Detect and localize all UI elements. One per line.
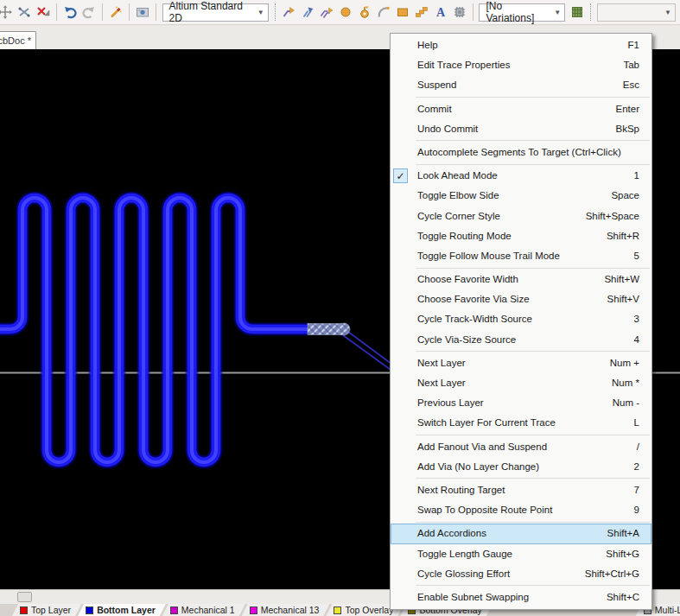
magic-wand-icon[interactable]: [107, 3, 124, 21]
pad-icon[interactable]: [337, 3, 354, 21]
delete-cross-icon[interactable]: [35, 3, 52, 21]
layer-color-swatch: [170, 606, 178, 614]
undo-icon[interactable]: [61, 3, 79, 21]
layer-tab-mechanical-1[interactable]: Mechanical 1: [162, 604, 245, 616]
trace-core: [0, 198, 308, 462]
interactive-route-icon[interactable]: [280, 3, 297, 21]
component-icon[interactable]: [451, 3, 468, 21]
main-toolbar: Altium Standard 2D ▼ A [No Variations] ▼…: [0, 0, 680, 25]
scrollbar-thumb[interactable]: [17, 592, 32, 602]
view-mode-select[interactable]: Altium Standard 2D ▼: [162, 3, 269, 22]
menu-item-label: Toggle Routing Mode: [417, 226, 607, 246]
variations-value: [No Variations]: [486, 0, 547, 24]
menu-item-shortcut: BkSp: [616, 119, 640, 139]
menu-separator: [416, 522, 650, 523]
menu-item-shortcut: Shift+Space: [586, 206, 639, 226]
menu-item-switch-layer-for-current-trace[interactable]: Switch Layer For Current TraceL: [391, 413, 651, 433]
context-menu: HelpF1Edit Trace PropertiesTabSuspendEsc…: [390, 33, 652, 610]
menu-item-toggle-elbow-side[interactable]: Toggle Elbow SideSpace: [391, 186, 651, 206]
paste-array-icon[interactable]: [413, 3, 430, 21]
menu-item-add-via-no-layer-change[interactable]: Add Via (No Layer Change)2: [391, 457, 651, 477]
menu-item-toggle-routing-mode[interactable]: Toggle Routing ModeShift+R: [391, 226, 651, 246]
menu-item-add-accordions[interactable]: Add AccordionsShift+A: [391, 524, 651, 543]
via-icon[interactable]: [356, 3, 373, 21]
text-icon[interactable]: A: [432, 3, 449, 21]
altium-pcb-editor: Altium Standard 2D ▼ A [No Variations] ▼…: [0, 0, 680, 616]
menu-item-shortcut: 4: [634, 330, 639, 350]
menu-item-label: Swap To Opposite Route Point: [417, 500, 634, 520]
layer-tab-top-layer[interactable]: Top Layer: [12, 604, 81, 616]
menu-item-previous-layer[interactable]: Previous LayerNum -: [391, 393, 651, 413]
menu-item-shortcut: Num *: [612, 373, 639, 393]
menu-item-enable-subnet-swapping[interactable]: Enable Subnet SwappingShift+C: [391, 587, 651, 607]
menu-item-help[interactable]: HelpF1: [391, 35, 651, 55]
board-view-icon[interactable]: [134, 3, 151, 21]
menu-separator: [416, 351, 650, 352]
menu-item-autocomplete-segments-to-target-ctrl-click[interactable]: Autocomplete Segments To Target (Ctrl+Cl…: [391, 143, 651, 162]
menu-item-shortcut: Shift+C: [607, 587, 639, 607]
toolbar-separator: [102, 3, 103, 21]
menu-item-undo-commit[interactable]: Undo CommitBkSp: [391, 119, 651, 139]
toolbar-separator: [590, 3, 591, 21]
layer-color-swatch: [250, 606, 257, 614]
menu-separator: [416, 164, 650, 165]
layer-tab-label: Top Overlay: [345, 605, 393, 615]
menu-item-toggle-length-gauge[interactable]: Toggle Length GaugeShift+G: [391, 544, 651, 564]
cut-net-icon[interactable]: [16, 3, 33, 21]
menu-item-label: Add Via (No Layer Change): [417, 457, 634, 477]
menu-item-next-layer[interactable]: Next LayerNum +: [391, 353, 651, 373]
menu-item-choose-favorite-via-size[interactable]: Choose Favorite Via SizeShift+V: [391, 289, 651, 309]
document-tab[interactable]: PcbDoc *: [0, 31, 36, 49]
menu-item-label: Cycle Glossing Effort: [417, 564, 585, 584]
menu-item-label: Choose Favorite Via Size: [417, 289, 607, 309]
multi-route-icon[interactable]: [318, 3, 335, 21]
menu-item-swap-to-opposite-route-point[interactable]: Swap To Opposite Route Point9: [391, 500, 651, 520]
variations-select[interactable]: [No Variations] ▼: [479, 3, 565, 22]
layer-color-swatch: [86, 606, 93, 614]
view-mode-value: Altium Standard 2D: [169, 0, 251, 24]
menu-item-label: Cycle Track-Width Source: [417, 309, 634, 329]
menu-item-cycle-track-width-source[interactable]: Cycle Track-Width Source3: [391, 309, 651, 329]
arc-icon[interactable]: [375, 3, 392, 21]
layer-tab-mechanical-13[interactable]: Mechanical 13: [242, 604, 330, 616]
redo-icon[interactable]: [80, 3, 98, 21]
menu-item-label: Commit: [417, 99, 616, 119]
menu-item-label: Next Layer: [417, 353, 610, 373]
menu-item-cycle-glossing-effort[interactable]: Cycle Glossing EffortShift+Ctrl+G: [391, 564, 651, 584]
menu-item-look-ahead-mode[interactable]: ✓Look Ahead Mode1: [391, 166, 651, 186]
embedded-board-icon[interactable]: [569, 3, 586, 21]
menu-item-shortcut: Shift+V: [607, 289, 639, 309]
menu-item-cycle-corner-style[interactable]: Cycle Corner StyleShift+Space: [391, 206, 651, 226]
layer-tab-label: Top Layer: [31, 605, 71, 615]
layer-tab-bottom-layer[interactable]: Bottom Layer: [78, 604, 166, 616]
menu-item-shortcut: Shift+Ctrl+G: [585, 564, 639, 584]
menu-separator: [416, 268, 650, 269]
move-cross-icon[interactable]: [0, 3, 14, 21]
menu-separator: [416, 140, 650, 141]
extra-select[interactable]: ▼: [597, 3, 676, 22]
toolbar-separator: [473, 3, 473, 21]
menu-item-choose-favorite-width[interactable]: Choose Favorite WidthShift+W: [391, 270, 651, 289]
menu-item-commit[interactable]: CommitEnter: [391, 99, 651, 119]
checkmark-icon: ✓: [393, 168, 408, 183]
toolbar-separator: [129, 3, 130, 21]
menu-item-label: Suspend: [417, 75, 623, 95]
fill-icon[interactable]: [394, 3, 411, 21]
differential-pair-icon[interactable]: [299, 3, 316, 21]
menu-item-toggle-follow-mouse-trail-mode[interactable]: Toggle Follow Mouse Trail Mode5: [391, 246, 651, 266]
menu-item-cycle-via-size-source[interactable]: Cycle Via-Size Source4: [391, 330, 651, 350]
view-tool-group: [133, 3, 152, 21]
menu-item-shortcut: Enter: [616, 99, 640, 119]
menu-separator: [416, 435, 650, 435]
menu-item-label: Look Ahead Mode: [417, 166, 634, 186]
menu-item-add-fanout-via-and-suspend[interactable]: Add Fanout Via and Suspend/: [391, 437, 651, 457]
layer-color-swatch: [20, 606, 28, 614]
chevron-down-icon: ▼: [547, 9, 561, 16]
menu-item-next-layer[interactable]: Next LayerNum *: [391, 373, 651, 393]
menu-item-edit-trace-properties[interactable]: Edit Trace PropertiesTab: [391, 55, 651, 75]
menu-item-label: Cycle Corner Style: [417, 206, 586, 226]
menu-item-next-routing-target[interactable]: Next Routing Target7: [391, 480, 651, 500]
menu-item-shortcut: Shift+A: [607, 524, 639, 543]
menu-item-label: Undo Commit: [417, 119, 616, 139]
menu-item-suspend[interactable]: SuspendEsc: [391, 75, 651, 95]
